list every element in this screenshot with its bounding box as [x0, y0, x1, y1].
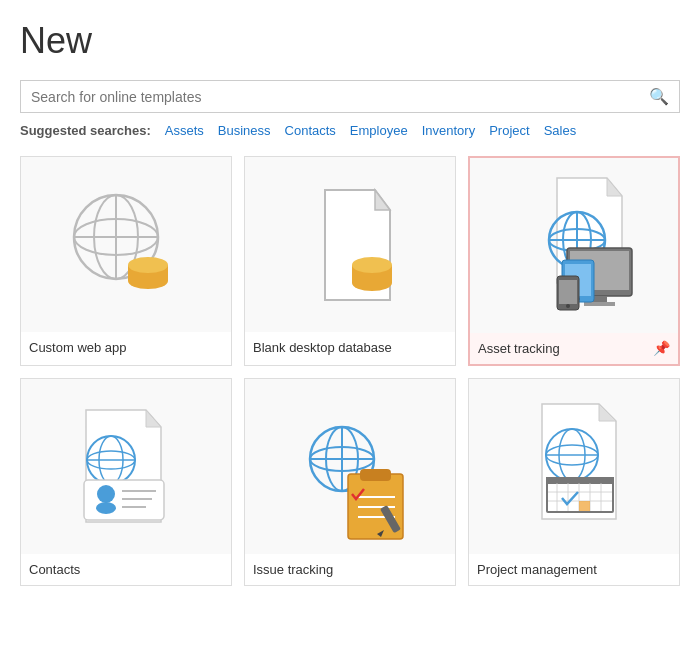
suggested-link-project[interactable]: Project	[489, 123, 529, 138]
svg-rect-62	[546, 477, 614, 484]
template-icon-project-management	[469, 379, 679, 554]
svg-point-38	[96, 502, 116, 514]
svg-rect-23	[584, 302, 615, 306]
svg-point-29	[566, 304, 570, 308]
svg-rect-70	[579, 501, 590, 511]
suggested-link-inventory[interactable]: Inventory	[422, 123, 475, 138]
template-icon-blank-desktop-database	[245, 157, 455, 332]
template-icon-contacts	[21, 379, 231, 554]
template-label-asset-tracking: Asset tracking	[470, 333, 678, 364]
template-label-blank-desktop-database: Blank desktop database	[245, 332, 455, 363]
template-label-contacts: Contacts	[21, 554, 231, 585]
page-container: New 🔍 Suggested searches: Assets Busines…	[0, 0, 700, 606]
template-label-project-management: Project management	[469, 554, 679, 585]
template-card-custom-web-app[interactable]: Custom web app	[20, 156, 232, 366]
search-input[interactable]	[31, 89, 649, 105]
svg-point-37	[97, 485, 115, 503]
template-card-contacts[interactable]: Contacts	[20, 378, 232, 586]
svg-marker-55	[599, 404, 616, 421]
pin-icon: 📌	[653, 340, 670, 356]
search-bar[interactable]: 🔍	[20, 80, 680, 113]
template-card-blank-desktop-database[interactable]: Blank desktop database	[244, 156, 456, 366]
search-icon: 🔍	[649, 87, 669, 106]
template-icon-custom-web-app	[21, 157, 231, 332]
svg-point-7	[128, 257, 168, 273]
suggested-searches: Suggested searches: Assets Business Cont…	[20, 123, 680, 138]
template-card-project-management[interactable]: Project management	[468, 378, 680, 586]
template-icon-asset-tracking	[470, 158, 678, 333]
svg-rect-48	[360, 469, 391, 481]
suggested-link-sales[interactable]: Sales	[544, 123, 577, 138]
svg-point-12	[352, 257, 392, 273]
page-title: New	[20, 20, 680, 62]
template-card-asset-tracking[interactable]: Asset tracking 📌	[468, 156, 680, 366]
template-card-issue-tracking[interactable]: Issue tracking	[244, 378, 456, 586]
svg-marker-31	[146, 410, 161, 427]
template-label-issue-tracking: Issue tracking	[245, 554, 455, 585]
templates-grid: Custom web app Blank desktop database	[20, 156, 680, 586]
suggested-link-employee[interactable]: Employee	[350, 123, 408, 138]
template-label-custom-web-app: Custom web app	[21, 332, 231, 363]
suggested-link-contacts[interactable]: Contacts	[285, 123, 336, 138]
suggested-link-business[interactable]: Business	[218, 123, 271, 138]
svg-marker-14	[607, 178, 622, 196]
svg-rect-28	[559, 280, 577, 304]
suggested-link-assets[interactable]: Assets	[165, 123, 204, 138]
template-icon-issue-tracking	[245, 379, 455, 554]
svg-marker-9	[375, 190, 390, 210]
suggested-label: Suggested searches:	[20, 123, 151, 138]
